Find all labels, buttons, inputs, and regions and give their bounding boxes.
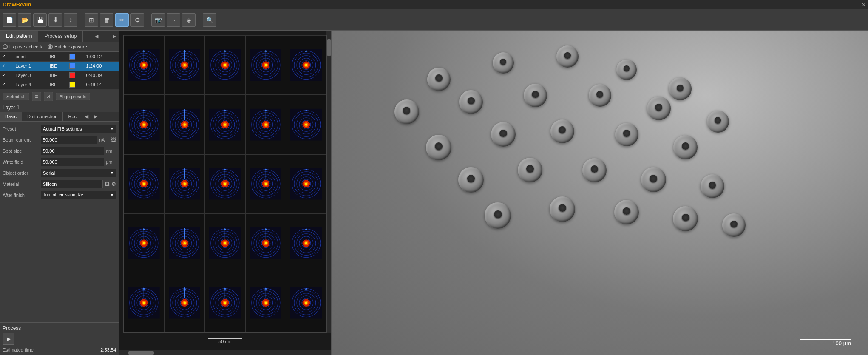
scale-label: 50 um (218, 339, 232, 344)
estimated-value: 2:53:54 (100, 347, 116, 352)
svg-point-129 (183, 183, 185, 185)
estimated-time-row: Estimated time 2:53:54 (3, 347, 116, 352)
tab-nav-next[interactable]: ▶ (110, 32, 119, 41)
layout-button[interactable]: ▦ (100, 13, 113, 27)
write-field-unit: µm (106, 159, 116, 165)
separator-3 (199, 14, 199, 26)
pattern-cell (205, 154, 245, 214)
play-button[interactable]: ▶ (3, 333, 14, 345)
microscope-bump (707, 111, 729, 133)
grid-button[interactable]: ⊞ (85, 13, 98, 27)
microscope-bump (673, 135, 698, 159)
write-field-input[interactable] (41, 158, 104, 166)
pattern-cell (205, 95, 245, 154)
sub-tab-nav-prev[interactable]: ◀ (82, 112, 91, 121)
svg-point-41 (264, 64, 267, 66)
pattern-cell (245, 95, 286, 154)
stack-icon[interactable]: ≡ (32, 92, 41, 101)
svg-point-184 (183, 242, 185, 244)
zoom-button[interactable]: 🔍 (203, 13, 216, 27)
svg-point-228 (143, 301, 145, 304)
align-presets-button[interactable]: Align presets (56, 93, 91, 100)
separator-2 (148, 14, 148, 26)
after-finish-row: After finish Turn off emission, Re ▼ (0, 190, 119, 201)
microscope-bump (458, 167, 484, 193)
batch-exposure-option[interactable]: Batch exposure (48, 44, 87, 49)
pattern-grid: // Will be generated by JS below (123, 35, 327, 333)
after-finish-select[interactable]: Turn off emission, Re ▼ (41, 191, 116, 199)
material-image-icon[interactable]: 🖼 (105, 181, 110, 187)
pattern-cell (164, 213, 204, 273)
pattern-cell (124, 213, 164, 273)
beam-current-label: Beam current (3, 137, 41, 142)
expose-active-radio[interactable] (3, 44, 8, 49)
pattern-cell (205, 35, 245, 95)
microscope-image (332, 31, 868, 355)
import-export-button[interactable]: ↕ (64, 13, 77, 27)
sub-tab-nav-next[interactable]: ▶ (91, 112, 100, 121)
pattern-cell (286, 213, 326, 273)
table-row[interactable]: ✓ Layer 4 IBE 0:49:14 (0, 80, 119, 89)
microscope-scale-bar: 100 µm (800, 339, 851, 346)
microscope-bump (550, 119, 574, 143)
pattern-cell (124, 273, 164, 332)
expose-active-option[interactable]: Expose active la (3, 44, 43, 49)
canvas-area[interactable]: // Will be generated by JS below 50 um (119, 31, 331, 350)
horizontal-scrollbar[interactable] (119, 350, 331, 355)
preset-select[interactable]: Actual FIB settings ▼ (41, 125, 116, 133)
pattern-cell (164, 154, 204, 214)
toolbar: 📄 📂 💾 ⬇ ↕ ⊞ ▦ ✏ ⚙ 📷 → ◈ 🔍 (0, 9, 868, 31)
svg-point-272 (305, 301, 307, 304)
svg-point-261 (264, 301, 267, 304)
sub-tab-basic[interactable]: Basic (0, 112, 22, 121)
sub-tab-drift-correction[interactable]: Drift correction (22, 112, 63, 121)
stack2-icon[interactable]: ⊿ (44, 92, 53, 101)
table-row[interactable]: ✓ Layer 1 IBE 1:24:00 (0, 61, 119, 71)
draw-button[interactable]: ✏ (115, 13, 129, 27)
material-select[interactable]: Silicon (41, 180, 103, 188)
svg-point-239 (183, 301, 185, 304)
tab-nav-prev[interactable]: ◀ (92, 32, 101, 41)
object-order-select[interactable]: Serial ▼ (41, 169, 116, 177)
svg-point-217 (305, 242, 307, 244)
microscope-bump (616, 60, 637, 80)
tab-edit-pattern[interactable]: Edit pattern (0, 31, 38, 42)
pattern-cell (164, 95, 204, 154)
camera-button[interactable]: 📷 (151, 13, 165, 27)
table-row[interactable]: ✓ point IBE 1:00:12 (0, 52, 119, 61)
beam-current-unit: nA (99, 137, 109, 142)
save-button[interactable]: 💾 (33, 13, 47, 27)
spot-size-unit: nm (106, 148, 116, 153)
right-panel: 100 µm (332, 31, 868, 355)
tab-process-setup[interactable]: Process setup (38, 31, 83, 42)
pattern-cell (205, 213, 245, 273)
close-button[interactable]: × (862, 1, 865, 8)
open-button[interactable]: 📂 (18, 13, 31, 27)
settings2-button[interactable]: ⚙ (130, 13, 144, 27)
batch-exposure-radio[interactable] (48, 44, 53, 49)
microscope-bump (647, 97, 671, 120)
svg-point-162 (305, 183, 307, 185)
pattern-cell (164, 35, 204, 95)
spot-size-row: Spot size nm (0, 145, 119, 156)
microscope-bump (493, 52, 514, 74)
select-all-button[interactable]: Select all (3, 93, 29, 100)
table-row[interactable]: ✓ Layer 3 IBE 0:40:39 (0, 71, 119, 80)
pattern-cell (286, 35, 326, 95)
separator-1 (81, 14, 81, 26)
material-settings-icon[interactable]: ⚙ (111, 181, 116, 187)
arrow-button[interactable]: → (167, 13, 180, 27)
microscope-bump (485, 202, 511, 229)
beam-current-input[interactable] (41, 136, 97, 144)
write-field-label: Write field (3, 159, 41, 165)
beam-current-image-icon[interactable]: 🖼 (111, 137, 116, 143)
microscope-bump (722, 213, 746, 237)
spot-size-input[interactable] (41, 147, 104, 155)
new-button[interactable]: 📄 (3, 13, 16, 27)
process-title: Process (3, 325, 116, 331)
sub-tab-roc[interactable]: Roc (63, 112, 82, 121)
microscope-bump (615, 123, 638, 146)
pattern-cell (164, 273, 204, 332)
misc-button[interactable]: ◈ (182, 13, 196, 27)
export-button[interactable]: ⬇ (48, 13, 62, 27)
